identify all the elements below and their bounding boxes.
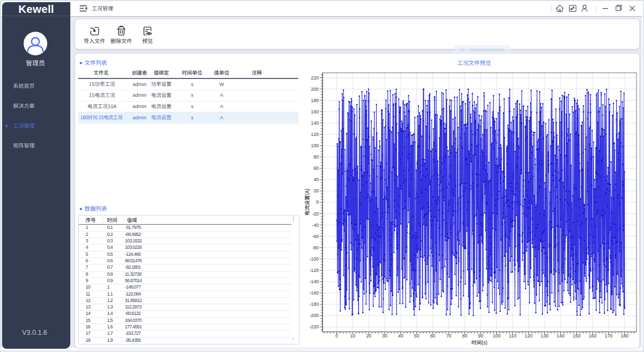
svg-text:90: 90 xyxy=(478,333,484,339)
svg-text:220: 220 xyxy=(311,75,319,81)
svg-text:-220: -220 xyxy=(309,324,319,329)
svg-text:40: 40 xyxy=(313,177,319,182)
svg-text:-160: -160 xyxy=(309,290,319,296)
svg-text:10: 10 xyxy=(350,333,355,339)
svg-text:80: 80 xyxy=(313,154,319,160)
svg-text:-80: -80 xyxy=(312,245,319,250)
svg-text:80: 80 xyxy=(462,333,467,339)
svg-text:0: 0 xyxy=(335,333,338,339)
svg-text:120: 120 xyxy=(525,333,533,339)
svg-text:-120: -120 xyxy=(309,268,319,273)
svg-text:50: 50 xyxy=(414,333,420,339)
svg-text:-180: -180 xyxy=(309,301,319,307)
svg-text:150: 150 xyxy=(573,333,581,339)
svg-text:-20: -20 xyxy=(312,211,319,217)
svg-text:140: 140 xyxy=(557,333,565,339)
svg-text:20: 20 xyxy=(313,188,319,193)
svg-text:70: 70 xyxy=(446,333,451,339)
svg-text:200: 200 xyxy=(311,87,319,92)
svg-text:60: 60 xyxy=(313,166,319,171)
svg-text:100: 100 xyxy=(311,143,319,148)
svg-text:-140: -140 xyxy=(309,279,319,284)
svg-text:180: 180 xyxy=(311,98,319,103)
svg-text:-200: -200 xyxy=(309,313,319,318)
svg-text:-40: -40 xyxy=(312,222,319,228)
svg-text:30: 30 xyxy=(382,333,387,339)
svg-text:160: 160 xyxy=(311,109,319,114)
svg-text:140: 140 xyxy=(311,120,319,126)
svg-text:160: 160 xyxy=(589,333,597,339)
svg-text:20: 20 xyxy=(366,333,371,339)
svg-text:170: 170 xyxy=(605,333,613,339)
svg-text:180: 180 xyxy=(621,333,629,339)
svg-text:40: 40 xyxy=(398,333,404,339)
svg-text:120: 120 xyxy=(311,132,319,137)
svg-text:60: 60 xyxy=(430,333,435,339)
svg-text:-100: -100 xyxy=(309,256,319,262)
svg-text:110: 110 xyxy=(509,333,516,339)
svg-text:100: 100 xyxy=(493,333,501,339)
svg-text:-60: -60 xyxy=(312,234,319,239)
svg-text:130: 130 xyxy=(541,333,549,339)
svg-text:0: 0 xyxy=(316,199,319,205)
